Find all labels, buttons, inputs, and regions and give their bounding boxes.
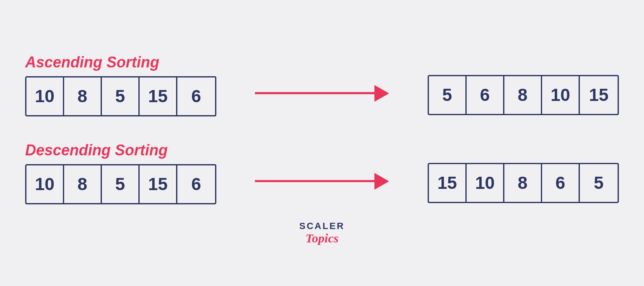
descending-input-cell-3: 15 [140, 165, 177, 203]
ascending-output-cell-4: 15 [580, 76, 618, 114]
ascending-output-cell-0: 5 [429, 76, 467, 114]
descending-arrow [255, 173, 389, 190]
descending-arrow-head [374, 173, 389, 190]
descending-output-cell-4: 5 [580, 164, 618, 202]
descending-output-cell-1: 10 [467, 164, 504, 202]
descending-arrow-container [216, 173, 428, 190]
ascending-output-cell-3: 10 [542, 76, 580, 114]
descending-input-cell-2: 5 [102, 165, 140, 203]
ascending-input-cell-0: 10 [26, 77, 64, 115]
descending-result-section: 15 10 8 6 5 [428, 163, 619, 203]
main-container: Ascending Sorting 10 8 5 15 6 5 6 8 10 1… [0, 41, 644, 217]
descending-input-section: Descending Sorting 10 8 5 15 6 [25, 142, 216, 204]
brand-container: SCALER Topics [299, 221, 345, 245]
ascending-input-cell-3: 15 [140, 77, 177, 115]
ascending-input-cell-1: 8 [64, 77, 102, 115]
ascending-output-cell-2: 8 [504, 76, 542, 114]
ascending-input-array: 10 8 5 15 6 [25, 76, 216, 116]
ascending-arrow-line [255, 92, 374, 94]
ascending-result-section: 5 6 8 10 15 [428, 75, 619, 115]
descending-output-array: 15 10 8 6 5 [428, 163, 619, 203]
brand-text: SCALER Topics [299, 221, 345, 245]
descending-output-cell-2: 8 [504, 164, 542, 202]
descending-row: Descending Sorting 10 8 5 15 6 15 10 8 6… [25, 142, 619, 204]
brand-topics: Topics [306, 231, 339, 245]
descending-output-cell-0: 15 [429, 164, 467, 202]
descending-input-cell-4: 6 [177, 165, 215, 203]
descending-arrow-line [255, 180, 374, 182]
ascending-output-cell-1: 6 [467, 76, 504, 114]
descending-input-cell-0: 10 [26, 165, 64, 203]
ascending-arrow-head [374, 85, 389, 102]
ascending-input-section: Ascending Sorting 10 8 5 15 6 [25, 54, 216, 116]
brand-scaler: SCALER [299, 221, 345, 231]
descending-output-cell-3: 6 [542, 164, 580, 202]
ascending-row: Ascending Sorting 10 8 5 15 6 5 6 8 10 1… [25, 54, 619, 116]
ascending-output-array: 5 6 8 10 15 [428, 75, 619, 115]
descending-input-cell-1: 8 [64, 165, 102, 203]
ascending-label: Ascending Sorting [25, 54, 216, 71]
ascending-arrow-container [216, 85, 428, 102]
descending-input-array: 10 8 5 15 6 [25, 164, 216, 204]
descending-label: Descending Sorting [25, 142, 216, 159]
ascending-input-cell-2: 5 [102, 77, 140, 115]
ascending-arrow [255, 85, 389, 102]
ascending-input-cell-4: 6 [177, 77, 215, 115]
